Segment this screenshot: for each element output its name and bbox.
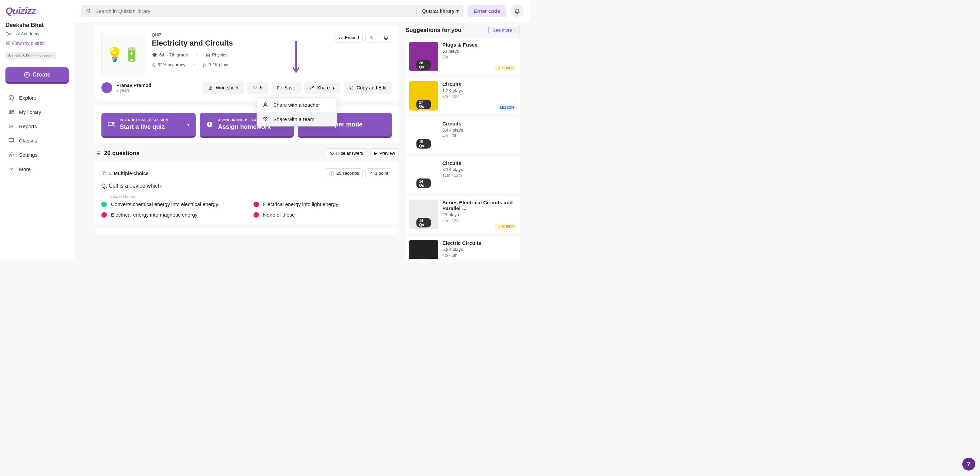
create-button-label: Create — [33, 71, 51, 78]
compass-icon — [8, 95, 14, 101]
svg-rect-12 — [108, 122, 113, 125]
share-button[interactable]: Share▴ — [304, 82, 340, 94]
question-card: ☑ 1. Multiple-choice 🕑20 seconds ✓1 poin… — [95, 162, 399, 224]
question-count: 20 questions — [95, 150, 140, 157]
suggestion-card[interactable]: 14 Qs Circuits 3.1K plays 11th - 12th — [406, 157, 520, 193]
question-label: ☑ 1. Multiple-choice — [102, 171, 148, 176]
svg-point-9 — [264, 103, 266, 105]
search-input[interactable] — [95, 8, 412, 14]
nav-label: More — [19, 166, 30, 172]
suggestion-thumb: 15 Qs — [409, 121, 438, 150]
nav-my-library[interactable]: My library — [5, 105, 69, 119]
suggestions-column: Suggestions for you See more› 28 Qs Plug… — [404, 22, 527, 259]
share-team-label: Share with a team — [273, 116, 314, 122]
suggestion-card[interactable]: 17 Qs Circuits 1.2K plays 8th - 12th LES… — [406, 78, 520, 114]
suggestion-title: Series Electrical Circuits and Parallel … — [442, 200, 517, 211]
user-org: Quizizz Academy — [5, 31, 69, 36]
suggestion-title: Circuits — [442, 81, 517, 87]
suggestion-card[interactable]: 28 Qs Plugs & Fuses 53 plays 8th ⚡ SUPER — [406, 38, 520, 75]
share-with-teacher[interactable]: Share with a teacher — [257, 98, 337, 112]
share-icon — [310, 85, 314, 90]
save-button[interactable]: Save — [272, 82, 301, 94]
embed-button[interactable]: Embed — [334, 33, 363, 43]
preview-label: Preview — [379, 151, 395, 156]
wrong-dot-icon — [253, 202, 259, 207]
hide-answers-button[interactable]: Hide answers — [326, 148, 367, 158]
notifications-button[interactable] — [511, 4, 524, 18]
main-column: Embed ⚠ 💡🔋 QUIZ Electricity and Circuits… — [78, 22, 404, 259]
hide-answers-label: Hide answers — [336, 151, 363, 156]
plus-circle-icon — [24, 72, 30, 78]
like-button[interactable]: ♡5 — [247, 82, 268, 94]
book-icon: ▤ — [206, 52, 210, 57]
nav-label: Reports — [19, 124, 37, 129]
svg-point-3 — [11, 154, 12, 156]
heart-icon: ♡ — [253, 85, 257, 90]
checkbox-icon: ☑ — [102, 171, 106, 176]
suggestion-card[interactable]: 16 Qs Electric Circuits 5.8K plays 4th -… — [406, 236, 520, 259]
author-avatar[interactable] — [102, 82, 112, 93]
grad-cap-icon: 🎓 — [152, 52, 157, 57]
quiz-header-card: Embed ⚠ 💡🔋 QUIZ Electricity and Circuits… — [95, 26, 399, 101]
nav-reports[interactable]: Reports — [5, 119, 69, 133]
presenter-icon — [108, 121, 115, 128]
chevron-right-icon: › — [514, 27, 515, 33]
suggestion-card[interactable]: 14 Qs Series Electrical Circuits and Par… — [406, 196, 520, 233]
create-button[interactable]: Create — [5, 67, 69, 82]
author-name[interactable]: Pranav Pramod — [116, 83, 151, 88]
suggestion-card[interactable]: 15 Qs Circuits 3.4K plays 4th - 7th — [406, 117, 520, 153]
mode-subtitle: INSTRUCTOR-LED SESSION — [120, 118, 169, 122]
subject-label: ▤Physics — [206, 52, 227, 57]
answer-option: None of these — [253, 212, 392, 217]
nav-label: My library — [19, 109, 41, 115]
share-label: Share — [317, 85, 330, 90]
start-live-quiz-button[interactable]: INSTRUCTOR-LED SESSION Start a live quiz… — [102, 113, 196, 136]
svg-rect-7 — [385, 38, 387, 40]
svg-point-4 — [87, 9, 90, 12]
suggestion-grade: 11th - 12th — [442, 173, 517, 178]
nav: Explore My library Reports Classes Setti… — [5, 90, 69, 176]
district-link-label: View my district — [11, 40, 45, 46]
worksheet-button[interactable]: Worksheet — [203, 82, 244, 94]
save-label: Save — [285, 85, 295, 90]
copy-edit-button[interactable]: Copy and Edit — [344, 82, 392, 94]
report-button[interactable]: ⚠ — [366, 33, 377, 43]
question-text: Q. Cell is a device which- — [102, 183, 392, 189]
enter-code-button[interactable]: Enter code — [468, 5, 506, 17]
quiz-age: 3 years — [116, 88, 151, 93]
svg-point-1 — [9, 95, 14, 100]
nav-settings[interactable]: Settings — [5, 148, 69, 162]
nav-explore[interactable]: Explore — [5, 90, 69, 105]
caret-down-icon: ▾ — [456, 8, 459, 14]
suggestion-thumb: 14 Qs — [409, 160, 438, 189]
search-bar[interactable]: Quizizz library ▾ — [81, 5, 463, 17]
accuracy-label: ◎52% accuracy — [152, 62, 185, 67]
team-icon — [262, 116, 269, 122]
likes-count: 5 — [260, 85, 263, 90]
nav-classes[interactable]: Classes — [5, 133, 69, 148]
caret-up-icon: ▴ — [332, 85, 335, 90]
suggestion-plays: 5.8K plays — [442, 247, 517, 252]
nav-more[interactable]: More — [5, 162, 69, 176]
mode-card: INSTRUCTOR-LED SESSION Start a live quiz… — [95, 106, 399, 143]
share-teacher-label: Share with a teacher — [273, 102, 320, 108]
warning-icon: ⚠ — [369, 35, 373, 40]
nav-label: Classes — [19, 138, 37, 143]
share-with-team[interactable]: Share with a team — [257, 112, 337, 126]
suggestion-grade: 4th - 6th — [442, 253, 517, 258]
preview-button[interactable]: ▶Preview — [370, 148, 399, 158]
view-district-link[interactable]: 🏛 View my district — [5, 40, 45, 46]
see-more-button[interactable]: See more› — [488, 26, 520, 34]
suggestion-grade: 8th - 12th — [442, 94, 517, 99]
wrong-dot-icon — [102, 212, 107, 217]
folder-icon — [277, 85, 282, 90]
qs-badge: 17 Qs — [417, 100, 431, 109]
gear-icon — [8, 152, 14, 158]
wrong-dot-icon — [253, 212, 259, 217]
library-selector[interactable]: Quizizz library ▾ — [417, 8, 459, 14]
suggestions-title: Suggestions for you — [406, 27, 461, 34]
target-icon: ◎ — [152, 62, 156, 67]
print-button[interactable] — [380, 33, 392, 43]
account-type-badge: Schools & Districts account — [5, 52, 56, 59]
worksheet-label: Worksheet — [216, 85, 239, 90]
